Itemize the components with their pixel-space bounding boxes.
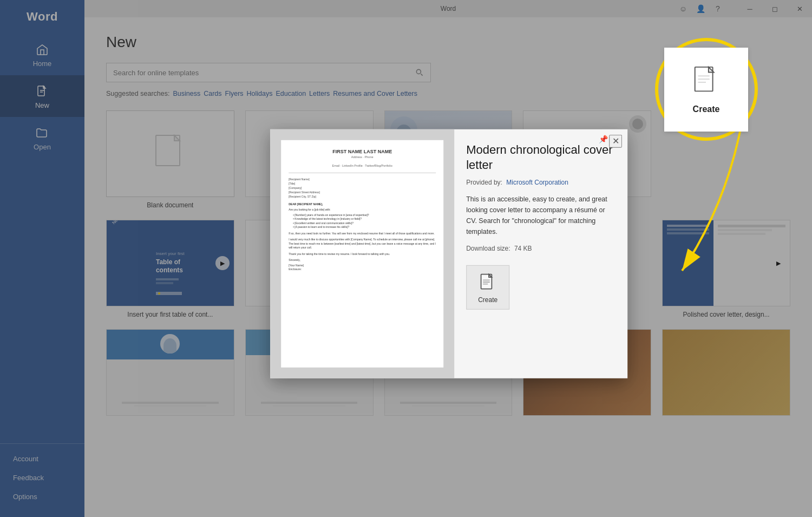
modal-bullet-2: Knowledge of the latest technology in [i… [289,217,436,221]
modal-bullet-4: [A passion to learn and to increase his … [289,225,436,230]
modal-addr-5: [Recipient City, ST Zip] [289,194,436,198]
modal-doc-sub2: Email · LinkedIn Profile · Twitter/Blog/… [289,163,436,167]
modal-create-button[interactable]: Create [466,265,509,309]
modal-doc-divider [289,172,436,173]
modal-title: Modern chronological cover letter [466,142,615,173]
modal-create-label: Create [478,296,497,303]
modal-size-value: 74 KB [514,244,532,252]
modal-preview: FIRST NAME LAST NAME Address · Phone Ema… [270,129,454,378]
modal-provider-link[interactable]: Microsoft Corporation [506,178,568,186]
modal-body1: Are you looking for a [job title] with: [289,208,436,212]
modal-provider-label: Provided by: [466,178,502,186]
modal-doc-name: FIRST NAME LAST NAME [289,148,436,154]
modal-addr-2: [Title] [289,181,436,185]
modal-encl: Enclosure: [289,267,436,272]
modal-doc-sub1: Address · Phone [289,155,436,158]
modal-addr-3: [Company] [289,186,436,189]
modal-bullet-1: [Number] years of hands-on experience in… [289,213,436,217]
modal-body4: Thank you for taking the time to review … [289,252,436,256]
modal-body2: If so, then you need look no further. Yo… [289,231,436,235]
modal-addr-4: [Recipient Street Address] [289,190,436,193]
modal-closing: Sincerely, [289,258,436,263]
modal-doc: FIRST NAME LAST NAME Address · Phone Ema… [281,140,443,367]
modal-provider: Provided by: Microsoft Corporation [466,178,615,186]
modal-addr-1: [Recipient Name] [289,177,436,180]
modal-close-button[interactable]: ✕ [609,134,622,147]
modal-pin-button[interactable]: 📌 [599,134,608,143]
modal-size-label: Download size: [466,244,510,252]
modal-body3: I would very much like to discuss opport… [289,238,436,250]
modal-bullet-3: [Excellent written and oral communicatio… [289,221,436,225]
modal-doc-icon [479,273,496,292]
modal-dialog: FIRST NAME LAST NAME Address · Phone Ema… [270,129,627,378]
modal-download-size: Download size: 74 KB [466,244,615,252]
modal-description: This is an accessible, easy to create, a… [466,193,615,237]
modal-info: ✕ 📌 Modern chronological cover letter Pr… [454,129,627,378]
modal-sign: [Your Name] [289,263,436,267]
modal-salutation: DEAR [RECIPIENT NAME], [289,202,436,206]
